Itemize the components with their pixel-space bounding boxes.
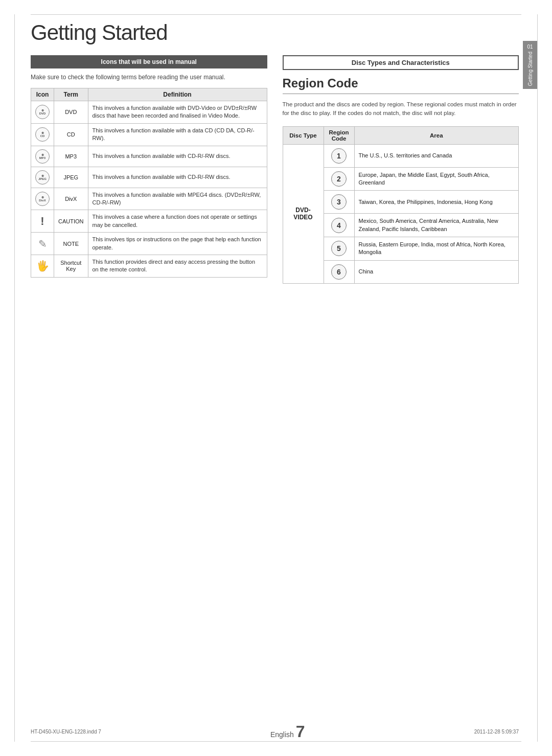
footer-right: 2011-12-28 5:09:37 [474, 729, 519, 735]
icon-cell: ⊕CD [31, 123, 54, 146]
region-number: 6 [331, 264, 347, 280]
definition-cell: This involves a function available with … [88, 146, 267, 167]
side-tab: 01 Getting Started [523, 41, 537, 89]
page-border-right [537, 14, 538, 742]
region-code-cell: 5 [324, 237, 354, 261]
right-column: Disc Types and Characteristics Region Co… [283, 55, 519, 284]
term-cell: Shortcut Key [54, 255, 88, 277]
intro-text: Make sure to check the following terms b… [31, 73, 267, 82]
term-cell: JPEG [54, 167, 88, 188]
region-code-title: Region Code [283, 76, 519, 94]
region-code-cell: 1 [324, 144, 354, 167]
footer: HT-D450-XU-ENG-1228.indd 7 English 7 201… [31, 723, 519, 740]
col-definition: Definition [88, 88, 267, 101]
definition-cell: This involves a function available with … [88, 167, 267, 188]
region-area-cell: The U.S., U.S. territories and Canada [354, 144, 519, 167]
icon-cell: ✎ [31, 233, 54, 255]
page-border-left [14, 14, 15, 742]
icon-cell: ! [31, 210, 54, 233]
region-number: 4 [331, 218, 347, 233]
icon-cell: ⊕DivX [31, 188, 54, 210]
region-code-cell: 6 [324, 260, 354, 283]
region-number: 3 [331, 194, 347, 210]
region-area-cell: Europe, Japan, the Middle East, Egypt, S… [354, 167, 519, 191]
icon-cell: 🖐 [31, 255, 54, 277]
note-icon: ✎ [38, 238, 47, 249]
icon-table-row: ⊕DivXDivXThis involves a function availa… [31, 188, 267, 210]
term-cell: CAUTION [54, 210, 88, 233]
term-cell: CD [54, 123, 88, 146]
col-icon: Icon [31, 88, 54, 101]
region-area-cell: Taiwan, Korea, the Philippines, Indonesi… [354, 191, 519, 214]
side-tab-label: Getting Started [527, 52, 534, 86]
shortcut-icon: 🖐 [36, 260, 49, 271]
region-area-cell: Russia, Eastern Europe, India, most of A… [354, 237, 519, 261]
icons-table: Icon Term Definition ⊕DVDDVDThis involve… [31, 88, 267, 278]
icon-table-row: ⊕MP3MP3This involves a function availabl… [31, 146, 267, 167]
main-content: Getting Started Icons that will be used … [31, 20, 519, 736]
page-number: 7 [296, 723, 305, 740]
term-cell: MP3 [54, 146, 88, 167]
region-col-disc: Disc Type [283, 126, 324, 144]
region-col-code: RegionCode [324, 126, 354, 144]
term-cell: NOTE [54, 233, 88, 255]
icon-cell: ⊕MP3 [31, 146, 54, 167]
term-cell: DVD [54, 101, 88, 124]
disc-icon: ⊕DivX [35, 192, 50, 206]
left-column: Icons that will be used in manual Make s… [31, 55, 267, 278]
region-area-cell: China [354, 260, 519, 283]
page-word: English [270, 730, 294, 739]
right-section-header: Disc Types and Characteristics [283, 55, 519, 70]
disc-icon: ⊕MP3 [35, 149, 50, 164]
icon-table-row: !CAUTIONThis involves a case where a fun… [31, 210, 267, 233]
disc-icon: ⊕DVD [35, 105, 50, 119]
icon-table-row: ⊕CDCDThis involves a function available … [31, 123, 267, 146]
icon-table-row: ⊕DVDDVDThis involves a function availabl… [31, 101, 267, 124]
page-number-area: English 7 [270, 723, 305, 740]
col-term: Term [54, 88, 88, 101]
definition-cell: This involves a function available with … [88, 188, 267, 210]
definition-cell: This function provides direct and easy a… [88, 255, 267, 277]
icon-table-row: ⊕JPEGJPEGThis involves a function availa… [31, 167, 267, 188]
definition-cell: This involves a function available with … [88, 101, 267, 124]
page-border-bottom [31, 741, 521, 742]
region-table: Disc Type RegionCode Area DVD-VIDEO1The … [283, 126, 519, 284]
region-code-cell: 3 [324, 191, 354, 214]
region-col-area: Area [354, 126, 519, 144]
page-border-top [31, 14, 521, 15]
page-title: Getting Started [31, 20, 519, 45]
definition-cell: This involves a case where a function do… [88, 210, 267, 233]
region-code-cell: 4 [324, 214, 354, 237]
left-section-header: Icons that will be used in manual [31, 55, 267, 68]
region-number: 5 [331, 241, 347, 256]
disc-icon: ⊕CD [35, 127, 50, 142]
caution-icon: ! [40, 215, 44, 227]
icon-cell: ⊕JPEG [31, 167, 54, 188]
region-intro-text: The product and the discs are coded by r… [283, 100, 519, 118]
term-cell: DivX [54, 188, 88, 210]
icon-cell: ⊕DVD [31, 101, 54, 124]
definition-cell: This involves a function available with … [88, 123, 267, 146]
definition-cell: This involves tips or instructions on th… [88, 233, 267, 255]
side-tab-number: 01 [527, 44, 533, 50]
region-area-cell: Mexico, South America, Central America, … [354, 214, 519, 237]
icon-table-row: 🖐Shortcut KeyThis function provides dire… [31, 255, 267, 277]
region-number: 1 [331, 148, 347, 164]
region-table-row: DVD-VIDEO1The U.S., U.S. territories and… [283, 144, 519, 167]
region-number: 2 [331, 171, 347, 187]
disc-icon: ⊕JPEG [35, 170, 50, 185]
footer-left: HT-D450-XU-ENG-1228.indd 7 [31, 729, 101, 735]
region-code-cell: 2 [324, 167, 354, 191]
two-column-layout: Icons that will be used in manual Make s… [31, 55, 519, 284]
icon-table-row: ✎NOTEThis involves tips or instructions … [31, 233, 267, 255]
disc-type-cell: DVD-VIDEO [283, 144, 324, 283]
